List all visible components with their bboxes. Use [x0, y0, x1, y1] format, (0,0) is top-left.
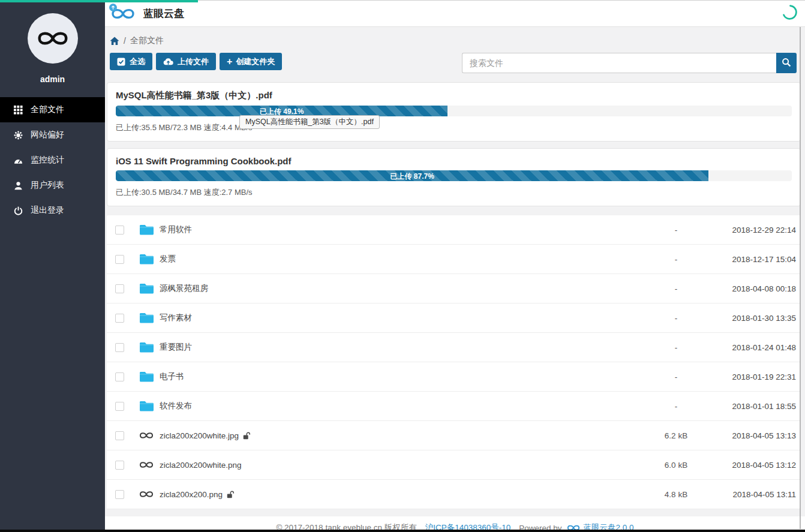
file-name[interactable]: 写作素材 — [160, 312, 192, 323]
user-icon — [13, 181, 23, 190]
avatar[interactable] — [28, 13, 78, 64]
upload-filename: iOS 11 Swift Programming Cookbook.pdf — [116, 156, 792, 166]
file-row[interactable]: zicla200x200white.jpg 6.2 kB 2018-04-05 … — [107, 421, 801, 450]
file-date: 2018-01-30 13:35 — [703, 314, 796, 323]
row-checkbox[interactable] — [115, 490, 124, 499]
file-name[interactable]: zicla200x200white.png — [160, 461, 242, 470]
folder-icon — [139, 400, 154, 412]
file-name[interactable]: zicla200x200.png — [160, 490, 223, 499]
file-date: 2018-12-29 22:14 — [703, 226, 796, 235]
sidebar: admin 全部文件 — [0, 0, 105, 530]
loading-spinner-icon — [782, 4, 798, 23]
folder-icon — [139, 253, 154, 265]
select-all-button[interactable]: 全选 — [110, 53, 152, 70]
breadcrumb-current: 全部文件 — [130, 35, 164, 46]
file-date: 2018-04-05 13:11 — [703, 490, 796, 499]
unlock-icon — [227, 491, 235, 498]
upload-status: 已上传:30.5 MB/34.7 MB 速度:2.7 MB/s — [116, 187, 792, 198]
file-date: 2018-12-17 15:04 — [703, 255, 796, 264]
file-row[interactable]: 写作素材 - 2018-01-30 13:35 — [107, 303, 801, 333]
scrollbar[interactable] — [800, 27, 801, 529]
row-checkbox[interactable] — [115, 226, 124, 235]
file-row[interactable]: 源枫景苑租房 - 2018-04-08 00:18 — [107, 274, 801, 303]
gauge-icon — [13, 155, 23, 165]
sidebar-item-label: 网站偏好 — [31, 130, 64, 140]
create-folder-button[interactable]: + 创建文件夹 — [220, 53, 282, 70]
file-row[interactable]: zicla200x200white.png 6.0 kB 2018-04-05 … — [107, 450, 801, 480]
file-name[interactable]: 重要图片 — [160, 342, 192, 353]
row-checkbox[interactable] — [115, 343, 124, 352]
row-checkbox[interactable] — [115, 431, 124, 440]
folder-icon — [139, 341, 154, 353]
file-size: 4.8 kB — [649, 490, 703, 499]
row-checkbox[interactable] — [115, 284, 124, 293]
file-row[interactable]: 发票 - 2018-12-17 15:04 — [107, 245, 801, 274]
file-name[interactable]: zicla200x200white.jpg — [160, 431, 239, 440]
image-file-icon — [139, 431, 154, 440]
file-row[interactable]: 软件发布 - 2018-01-01 18:55 — [107, 392, 801, 421]
row-checkbox[interactable] — [115, 314, 124, 323]
file-name[interactable]: 源枫景苑租房 — [160, 283, 208, 294]
breadcrumb-separator: / — [124, 36, 126, 46]
sidebar-item-label: 全部文件 — [31, 104, 64, 115]
row-checkbox[interactable] — [115, 461, 124, 470]
file-row[interactable]: 重要图片 - 2018-01-24 01:48 — [107, 333, 801, 362]
folder-icon — [139, 224, 154, 236]
file-date: 2018-04-05 13:13 — [703, 431, 796, 440]
search-button[interactable] — [776, 53, 797, 73]
file-size: - — [649, 402, 703, 411]
sidebar-item-logout[interactable]: 退出登录 — [0, 198, 105, 223]
gear-icon — [13, 130, 23, 140]
breadcrumb: / 全部文件 — [110, 35, 805, 46]
file-row[interactable]: zicla200x200.png 4.8 kB 2018-04-05 13:11 — [107, 480, 801, 509]
row-checkbox[interactable] — [115, 372, 124, 381]
plus-icon: + — [227, 57, 232, 67]
power-icon — [13, 206, 23, 215]
page-loading-bar — [0, 0, 198, 2]
file-name[interactable]: 电子书 — [160, 371, 184, 382]
sidebar-item-monitoring[interactable]: 监控统计 — [0, 148, 105, 173]
upload-filename: MySQL高性能书籍_第3版（中文）.pdf — [116, 90, 792, 101]
file-name[interactable]: 软件发布 — [160, 401, 192, 411]
file-row[interactable]: 电子书 - 2018-01-19 22:31 — [107, 362, 801, 392]
search-icon — [782, 58, 791, 69]
file-size: - — [649, 226, 703, 235]
file-size: 6.0 kB — [649, 461, 703, 470]
sidebar-item-label: 退出登录 — [31, 205, 64, 216]
file-size: - — [649, 343, 703, 352]
file-size: 6.2 kB — [649, 431, 703, 440]
sidebar-item-preferences[interactable]: 网站偏好 — [0, 122, 105, 148]
file-name[interactable]: 发票 — [160, 254, 176, 265]
unlock-icon — [243, 432, 251, 440]
file-row[interactable]: 常用软件 - 2018-12-29 22:14 — [107, 215, 801, 245]
search-input[interactable] — [462, 53, 776, 73]
grid-icon — [13, 105, 23, 115]
home-icon[interactable] — [110, 37, 119, 46]
brand[interactable]: 蓝眼云盘 — [110, 4, 184, 22]
file-date: 2018-04-08 00:18 — [703, 284, 796, 293]
file-date: 2018-01-01 18:55 — [703, 402, 796, 411]
search-group — [462, 53, 797, 73]
sidebar-nav: 全部文件 网站偏好 — [0, 97, 105, 223]
sidebar-item-users[interactable]: 用户列表 — [0, 173, 105, 198]
row-checkbox[interactable] — [115, 402, 124, 411]
upload-status: 已上传:35.5 MB/72.3 MB 速度:4.4 MB/s — [116, 122, 792, 133]
folder-icon — [139, 282, 154, 294]
upload-file-button[interactable]: 上传文件 — [156, 53, 216, 70]
file-date: 2018-01-19 22:31 — [703, 372, 796, 381]
app-window: admin 全部文件 — [0, 0, 805, 532]
sidebar-item-label: 监控统计 — [31, 155, 64, 166]
file-size: - — [649, 255, 703, 264]
upload-card: MySQL高性能书籍_第3版（中文）.pdf 已上传 49.1% 已上传:35.… — [107, 82, 801, 142]
header: 蓝眼云盘 — [105, 0, 805, 27]
check-square-icon — [117, 58, 125, 66]
row-checkbox[interactable] — [115, 255, 124, 264]
progress-label: 已上传 49.1% — [260, 107, 304, 116]
sidebar-item-all-files[interactable]: 全部文件 — [0, 97, 105, 122]
toolbar: 全选 上传文件 + 创建文件夹 — [110, 53, 797, 73]
sidebar-item-label: 用户列表 — [31, 180, 64, 191]
image-file-icon — [139, 489, 154, 499]
app-title: 蓝眼云盘 — [143, 7, 184, 20]
folder-icon — [139, 371, 154, 383]
file-name[interactable]: 常用软件 — [160, 224, 192, 235]
